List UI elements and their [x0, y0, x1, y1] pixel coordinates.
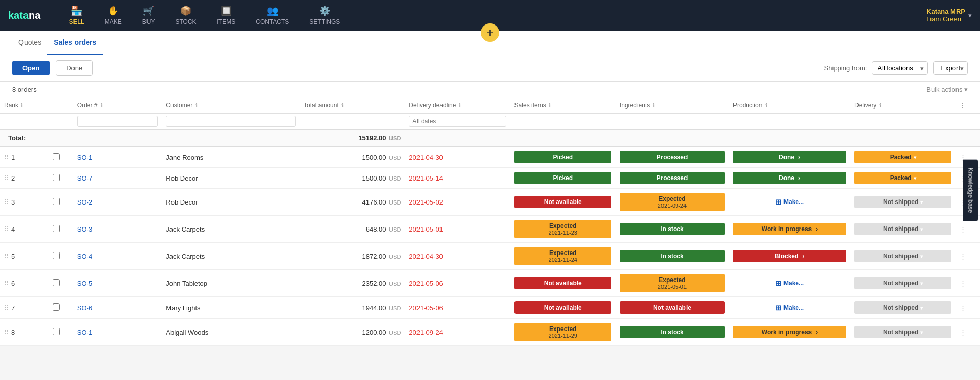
delivery-cell[interactable]: Not shipped ▾: [850, 297, 955, 319]
drag-handle[interactable]: ⠿: [4, 174, 11, 182]
more-cell[interactable]: ⋮: [955, 243, 980, 270]
checkbox-cell[interactable]: [48, 146, 73, 168]
sales-items-cell[interactable]: Picked: [510, 168, 616, 189]
checkbox-cell[interactable]: [48, 319, 73, 346]
drag-handle[interactable]: ⠿: [4, 328, 11, 336]
delivery-badge[interactable]: Not shipped ▾: [854, 301, 951, 314]
order-link[interactable]: SO-1: [77, 154, 92, 161]
production-cell[interactable]: Done ›: [729, 168, 850, 189]
checkbox-cell[interactable]: [48, 297, 73, 319]
production-cell[interactable]: ⊞ Make...: [729, 270, 850, 297]
more-icon[interactable]: ⋮: [960, 328, 966, 336]
production-cell[interactable]: Work in progress ›: [729, 319, 850, 346]
nav-item-items[interactable]: 🔲 ITEMS: [209, 2, 244, 29]
order-link[interactable]: SO-6: [77, 304, 92, 312]
ingredients-cell[interactable]: Processed: [616, 168, 729, 189]
production-badge[interactable]: Work in progress ›: [733, 326, 846, 338]
ingredients-cell[interactable]: Expected2021-09-24: [616, 189, 729, 216]
ingredients-cell[interactable]: In stock: [616, 216, 729, 243]
delivery-badge[interactable]: Not shipped ▾: [854, 250, 951, 262]
order-link[interactable]: SO-1: [77, 328, 92, 336]
more-icon[interactable]: ⋮: [960, 225, 966, 233]
more-cell[interactable]: ⋮: [955, 270, 980, 297]
filter-customer[interactable]: [162, 113, 300, 130]
delivery-cell[interactable]: Not shipped ▾: [850, 270, 955, 297]
nav-item-buy[interactable]: 🛒 BUY: [134, 2, 163, 29]
nav-item-sell[interactable]: 🏪 SELL: [61, 2, 92, 29]
delivery-cell[interactable]: Not shipped ▾: [850, 243, 955, 270]
delivery-cell[interactable]: Packed ▾: [850, 146, 955, 168]
add-button[interactable]: +: [481, 23, 499, 42]
export-select-wrapper[interactable]: Export: [933, 61, 968, 75]
more-icon[interactable]: ⋮: [960, 304, 966, 312]
knowledge-base-tab[interactable]: Knowledge base: [963, 159, 978, 221]
sales-items-cell[interactable]: Not available: [510, 297, 616, 319]
location-select[interactable]: All locations: [872, 61, 928, 75]
nav-item-stock[interactable]: 📦 STOCK: [167, 2, 204, 29]
production-badge[interactable]: Blocked ›: [733, 250, 846, 262]
nav-item-contacts[interactable]: 👥 CONTACTS: [248, 2, 297, 29]
more-cell[interactable]: ⋮: [955, 297, 980, 319]
production-badge[interactable]: Done ›: [733, 172, 846, 184]
checkbox-cell[interactable]: [48, 216, 73, 243]
order-link[interactable]: SO-4: [77, 252, 92, 260]
row-checkbox[interactable]: [53, 153, 60, 160]
order-filter-input[interactable]: [77, 116, 158, 127]
export-button[interactable]: Export: [933, 61, 968, 75]
delivery-badge[interactable]: Not shipped ▾: [854, 326, 951, 338]
delivery-badge[interactable]: Not shipped ▾: [854, 277, 951, 289]
sales-items-cell[interactable]: Not available: [510, 189, 616, 216]
order-link[interactable]: SO-5: [77, 280, 92, 287]
production-badge[interactable]: Done ›: [733, 151, 846, 163]
delivery-badge[interactable]: Not shipped ▾: [854, 196, 951, 208]
bulk-actions-button[interactable]: Bulk actions ▾: [926, 86, 968, 93]
row-checkbox[interactable]: [53, 303, 60, 311]
ingredients-cell[interactable]: In stock: [616, 243, 729, 270]
production-badge[interactable]: Work in progress ›: [733, 223, 846, 235]
filter-deadline[interactable]: [405, 113, 510, 130]
order-link[interactable]: SO-7: [77, 174, 92, 182]
nav-item-settings[interactable]: ⚙️ SETTINGS: [301, 2, 348, 29]
drag-handle[interactable]: ⠿: [4, 280, 11, 287]
delivery-cell[interactable]: Not shipped ▾: [850, 216, 955, 243]
production-cell[interactable]: Work in progress ›: [729, 216, 850, 243]
more-icon[interactable]: ⋮: [960, 280, 966, 287]
ingredients-cell[interactable]: Not available: [616, 297, 729, 319]
delivery-cell[interactable]: Not shipped ▾: [850, 189, 955, 216]
order-link[interactable]: SO-3: [77, 225, 92, 233]
production-cell[interactable]: Done ›: [729, 146, 850, 168]
ingredients-cell[interactable]: Expected2021-05-01: [616, 270, 729, 297]
row-checkbox[interactable]: [53, 328, 60, 335]
ingredients-cell[interactable]: In stock: [616, 319, 729, 346]
customer-filter-input[interactable]: [166, 116, 296, 127]
deadline-filter-input[interactable]: [409, 116, 506, 127]
delivery-badge[interactable]: Packed ▾: [854, 151, 951, 163]
ingredients-cell[interactable]: Processed: [616, 146, 729, 168]
production-cell[interactable]: Blocked ›: [729, 243, 850, 270]
row-checkbox[interactable]: [53, 225, 60, 232]
production-badge[interactable]: ⊞ Make...: [733, 276, 846, 290]
more-cell[interactable]: ⋮: [955, 319, 980, 346]
drag-handle[interactable]: ⠿: [4, 304, 11, 312]
checkbox-cell[interactable]: [48, 270, 73, 297]
checkbox-cell[interactable]: [48, 243, 73, 270]
drag-handle[interactable]: ⠿: [4, 198, 11, 206]
drag-handle[interactable]: ⠿: [4, 225, 11, 233]
tab-sales-orders[interactable]: Sales orders: [47, 31, 103, 55]
delivery-cell[interactable]: Not shipped ▾: [850, 319, 955, 346]
checkbox-cell[interactable]: [48, 189, 73, 216]
tab-quotes[interactable]: Quotes: [12, 31, 47, 55]
row-checkbox[interactable]: [53, 279, 60, 286]
nav-item-make[interactable]: ✋ MAKE: [96, 2, 130, 29]
sales-items-cell[interactable]: Expected2021-11-23: [510, 216, 616, 243]
open-button[interactable]: Open: [12, 61, 50, 75]
drag-handle[interactable]: ⠿: [4, 154, 11, 161]
sales-items-cell[interactable]: Not available: [510, 270, 616, 297]
more-icon[interactable]: ⋮: [960, 252, 966, 260]
production-badge[interactable]: ⊞ Make...: [733, 195, 846, 209]
production-cell[interactable]: ⊞ Make...: [729, 189, 850, 216]
location-select-wrapper[interactable]: All locations: [872, 61, 928, 75]
production-cell[interactable]: ⊞ Make...: [729, 297, 850, 319]
sales-items-cell[interactable]: Picked: [510, 146, 616, 168]
user-area[interactable]: Katana MRP Liam Green ▾: [926, 8, 972, 23]
